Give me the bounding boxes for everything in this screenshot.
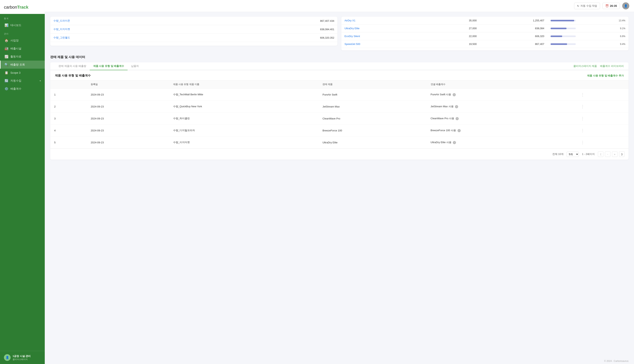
- left-partial-table: 수량_드라이존 867,407.434 수량_이지마켓 838,084.401 …: [50, 17, 338, 46]
- clearstage-link[interactable]: 클리어스테이지 제품: [573, 64, 597, 68]
- col-product-type: 제품 사용 유형 제품 이름: [169, 80, 319, 89]
- sidebar-item-label: 사업장: [11, 39, 19, 42]
- emission: 867,407: [480, 40, 547, 48]
- bar-background: [551, 43, 576, 45]
- list-item: AirDry X1 35,000 1,255,407 13.4%: [341, 17, 628, 24]
- sidebar-item-label: Scope 3: [11, 71, 21, 74]
- row-factor: PureAir Swift 사용 i: [427, 89, 576, 100]
- more-options-button[interactable]: ⋮: [580, 104, 585, 109]
- info-icon[interactable]: i: [455, 105, 458, 108]
- per-page-select[interactable]: 5개10개20개: [567, 152, 579, 157]
- right-panel: AirDry X1 35,000 1,255,407 13.4% UltraDr…: [341, 17, 628, 50]
- row-link[interactable]: 수량_이지마켓: [50, 25, 202, 34]
- row-link[interactable]: 수량_그린월드: [50, 34, 202, 42]
- row-date: 2024-09-23: [87, 100, 169, 112]
- more-options-button[interactable]: ⋮: [580, 140, 585, 145]
- row-sale-product: JetStream Max: [319, 100, 427, 112]
- product-name[interactable]: UltraDry Elite: [341, 24, 426, 32]
- prev-page-button[interactable]: ‹: [605, 152, 610, 157]
- bar-cell: [547, 24, 579, 32]
- facility-icon: 🏭: [5, 47, 9, 50]
- sidebar-item-label: 대시보드: [11, 24, 22, 27]
- add-record-button[interactable]: 제품 사용 유형 및 배출계수 추가: [587, 74, 624, 78]
- row-value: 867,407.434: [202, 17, 338, 25]
- bar-fill: [551, 28, 567, 29]
- list-item: SpeedJet 500 19,500 867,407 9.4%: [341, 40, 628, 48]
- row-action: ⋮: [576, 100, 628, 112]
- product-name[interactable]: AirDry X1: [341, 17, 426, 24]
- total-count: 전체 10개: [552, 152, 563, 156]
- tab-supplier[interactable]: 납품처: [128, 62, 142, 70]
- row-factor: BreezeForce 100 사용 i: [427, 124, 576, 136]
- table-row: 2 2024-09-23 수량_QuickBuy New York JetStr…: [50, 100, 628, 112]
- emission: 838,084: [480, 24, 547, 32]
- col-action: [576, 80, 628, 89]
- manage-section-label: 관리: [0, 29, 45, 36]
- row-sale-product: PureAir Swift: [319, 89, 427, 100]
- more-options-button[interactable]: ⋮: [580, 116, 585, 121]
- user-sub: 클리어스테이지: [13, 358, 31, 361]
- row-date: 2024-09-23: [87, 89, 169, 100]
- tab-sales-emission[interactable]: 판매 제품의 사용 배출량: [55, 62, 90, 70]
- sidebar: carbonTrack 통계 📊 대시보드 관리 🏠 사업장 🏭 배출시설 📈 …: [0, 0, 45, 364]
- bar-fill: [551, 36, 562, 37]
- user-avatar-button[interactable]: 👤: [622, 2, 629, 10]
- col-factor: 연결 배출계수: [427, 80, 576, 89]
- lookup-icon: 🔍: [5, 63, 9, 66]
- row-num: 3: [50, 112, 87, 124]
- first-page-button[interactable]: ⟪: [598, 152, 603, 157]
- sidebar-item-auto-collect[interactable]: 🔄 자동수집 ▾: [0, 77, 45, 85]
- quantity: 22,000: [426, 32, 480, 40]
- next-page-button[interactable]: ›: [612, 152, 617, 157]
- sidebar-item-emission-facility[interactable]: 🏭 배출시설: [0, 44, 45, 52]
- info-icon[interactable]: i: [456, 117, 459, 120]
- page-info: 1 - 2페이지: [582, 152, 595, 156]
- pagination: 전체 10개 5개10개20개 1 - 2페이지 ⟪ ‹ › ⟫: [50, 148, 628, 160]
- table-row: 3 2024-09-23 수량_하이클린 CleanWave Pro Clean…: [50, 112, 628, 124]
- row-num: 2: [50, 100, 87, 112]
- last-page-button[interactable]: ⟫: [619, 152, 624, 157]
- tabs-container: 판매 제품의 사용 배출량 제품 사용 유형 및 배출계수 납품처 클리어스테이…: [50, 62, 628, 70]
- sidebar-item-emission-lookup[interactable]: 🔍 배출량 조회: [0, 60, 45, 69]
- stats-section-label: 통계: [0, 14, 45, 21]
- row-link[interactable]: 수량_드라이존: [50, 17, 202, 25]
- auto-collect-icon: 🔄: [5, 79, 9, 82]
- bar-cell: [547, 40, 579, 48]
- tabs-right: 클리어스테이지 제품 배출계수 라이브러리: [573, 64, 624, 68]
- data-table-header: 제품 사용 유형 및 배출계수 제품 사용 유형 및 배출계수 추가: [50, 70, 628, 80]
- product-name[interactable]: EcoDry Silent: [341, 32, 426, 40]
- row-action: ⋮: [576, 124, 628, 136]
- chevron-down-icon: ▾: [40, 80, 41, 82]
- product-name[interactable]: SpeedJet 500: [341, 40, 426, 48]
- logo-track: Track: [17, 5, 29, 10]
- user-name: 1공장 시설 관리: [13, 354, 31, 358]
- top-section: 수량_드라이존 867,407.434 수량_이지마켓 838,084.401 …: [50, 17, 628, 50]
- bar-fill: [551, 20, 574, 22]
- info-icon[interactable]: i: [453, 93, 456, 96]
- sidebar-item-site[interactable]: 🏠 사업장: [0, 36, 45, 44]
- row-date: 2024-09-23: [87, 124, 169, 136]
- sidebar-item-activity-data[interactable]: 📈 활동자료: [0, 52, 45, 60]
- row-sale-product: UltraDry Elite: [319, 136, 427, 148]
- col-num: [50, 80, 87, 89]
- auto-collect-button[interactable]: ↻ 자동 수집 작업: [574, 2, 600, 9]
- row-value: 838,084.401: [202, 25, 338, 34]
- sidebar-item-dashboard[interactable]: 📊 대시보드: [0, 21, 45, 29]
- list-item: UltraDry Elite 27,000 838,084 9.1%: [341, 24, 628, 32]
- main-content: 수량_드라이존 867,407.434 수량_이지마켓 838,084.401 …: [45, 12, 634, 357]
- timer-value: 26:35: [610, 4, 617, 8]
- tab-product-type[interactable]: 제품 사용 유형 및 배출계수: [90, 62, 128, 70]
- more-options-button[interactable]: ⋮: [580, 128, 585, 133]
- more-options-button[interactable]: ⋮: [580, 92, 585, 97]
- table-title: 제품 사용 유형 및 배출계수: [55, 74, 91, 78]
- table-row: 수량_드라이존 867,407.434: [50, 17, 338, 25]
- row-factor: JetStream Max 사용 i: [427, 100, 576, 112]
- sidebar-item-label: 배출시설: [11, 47, 22, 50]
- info-icon[interactable]: i: [453, 141, 456, 144]
- bar-cell: [547, 17, 579, 24]
- sidebar-item-scope3[interactable]: 📋 Scope 3: [0, 69, 45, 77]
- factor-library-link[interactable]: 배출계수 라이브러리: [600, 64, 624, 68]
- data-table: 등록일 제품 사용 유형 제품 이름 판매 제품 연결 배출계수 1 2024-…: [50, 80, 628, 148]
- sidebar-item-emission-factor[interactable]: ⚙️ 배출계수: [0, 85, 45, 93]
- info-icon[interactable]: i: [458, 129, 461, 132]
